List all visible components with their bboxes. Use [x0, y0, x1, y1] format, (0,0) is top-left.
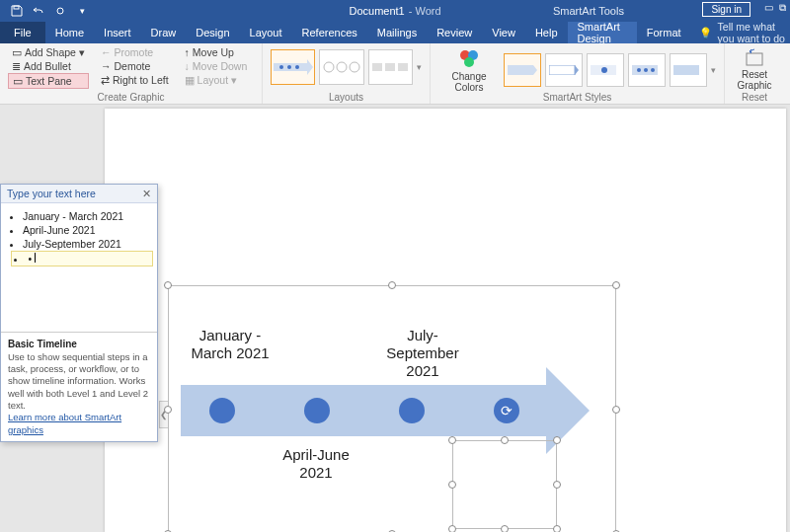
resize-handle[interactable] [612, 406, 620, 414]
resize-handle[interactable] [388, 281, 396, 289]
group-reset: Reset Graphic Reset [725, 43, 784, 104]
promote-button[interactable]: ← Promote [97, 45, 173, 59]
layout-option-1[interactable] [271, 49, 315, 85]
svg-rect-10 [372, 63, 382, 71]
timeline-label-1[interactable]: January - March 2021 [181, 327, 279, 362]
style-option-4[interactable] [628, 53, 666, 87]
svg-rect-0 [14, 6, 19, 9]
learn-more-link[interactable]: Learn more about SmartArt graphics [8, 412, 121, 434]
tab-file[interactable]: File [0, 22, 45, 43]
style-option-1[interactable] [504, 53, 541, 87]
svg-rect-16 [508, 65, 533, 75]
text-pane-header: Type your text here ✕ [1, 185, 157, 203]
svg-point-1 [57, 8, 63, 14]
resize-handle[interactable] [448, 436, 456, 444]
style-option-3[interactable] [587, 53, 624, 87]
group-layouts: ▾ Layouts [263, 43, 431, 104]
demote-button[interactable]: → Demote [97, 59, 173, 73]
resize-handle[interactable] [501, 525, 509, 532]
svg-point-24 [644, 68, 648, 72]
rtl-button[interactable]: ⇄ Right to Left [97, 73, 173, 87]
tab-smartart-design[interactable]: SmartArt Design [568, 22, 637, 43]
group-create-graphic: ▭Add Shape ▾ ≣Add Bullet ▭Text Pane ← Pr… [0, 43, 263, 104]
tab-draw[interactable]: Draw [141, 22, 187, 43]
add-bullet-button[interactable]: ≣Add Bullet [8, 59, 89, 73]
close-icon[interactable]: ✕ [142, 188, 151, 199]
maximize-icon[interactable]: ⧉ [779, 2, 786, 14]
timeline-node-2[interactable] [304, 398, 330, 423]
ribbon: ▭Add Shape ▾ ≣Add Bullet ▭Text Pane ← Pr… [0, 43, 790, 105]
styles-more-icon[interactable]: ▾ [711, 65, 716, 75]
rotate-icon: ⟳ [501, 403, 513, 418]
move-down-button[interactable]: ↓ Move Down [181, 59, 252, 73]
tab-layout[interactable]: Layout [240, 22, 292, 43]
resize-handle[interactable] [164, 281, 172, 289]
reset-graphic-button[interactable]: Reset Graphic [731, 45, 778, 93]
tab-help[interactable]: Help [525, 22, 568, 43]
restore-icon[interactable]: ▭ [764, 2, 773, 14]
tab-view[interactable]: View [482, 22, 525, 43]
window-controls: ▭ ⧉ [764, 2, 786, 14]
layout-option-3[interactable] [368, 49, 413, 85]
tab-format[interactable]: Format [637, 22, 691, 43]
timeline-node-4[interactable]: ⟳ [494, 398, 519, 423]
list-item-editing[interactable]: • [11, 251, 153, 266]
change-colors-button[interactable]: Change Colors [436, 45, 502, 95]
undo-icon[interactable] [32, 4, 45, 18]
timeline-node-1[interactable] [209, 398, 235, 423]
sign-in-button[interactable]: Sign in [702, 2, 750, 17]
resize-handle[interactable] [612, 281, 620, 289]
svg-rect-27 [747, 53, 762, 65]
tab-mailings[interactable]: Mailings [367, 22, 427, 43]
resize-handle[interactable] [164, 406, 172, 414]
resize-handle[interactable] [448, 481, 456, 489]
text-pane-button[interactable]: ▭Text Pane [8, 73, 89, 89]
list-item[interactable]: January - March 2021 [23, 209, 153, 223]
resize-handle[interactable] [553, 481, 561, 489]
tab-home[interactable]: Home [45, 22, 94, 43]
text-pane-icon: ▭ [13, 75, 23, 87]
qat-more-icon[interactable]: ▾ [75, 4, 89, 18]
tab-design[interactable]: Design [186, 22, 239, 43]
timeline-node-3[interactable] [399, 398, 425, 423]
colors-icon [457, 47, 481, 71]
timeline-label-2[interactable]: April-June 2021 [276, 446, 356, 482]
resize-handle[interactable] [553, 525, 561, 532]
resize-handle[interactable] [448, 525, 456, 532]
svg-rect-18 [549, 65, 575, 75]
add-shape-button[interactable]: ▭Add Shape ▾ [8, 45, 89, 59]
tab-references[interactable]: References [292, 22, 367, 43]
svg-point-21 [601, 67, 607, 73]
svg-point-7 [324, 62, 334, 72]
footer-title: Basic Timeline [8, 339, 77, 349]
shape-selection-frame[interactable] [452, 440, 557, 529]
save-icon[interactable] [10, 4, 24, 18]
move-up-button[interactable]: ↑ Move Up [181, 45, 252, 59]
layout-button[interactable]: ▦ Layout ▾ [181, 73, 252, 87]
timeline-arrow-body[interactable] [181, 385, 546, 436]
svg-marker-19 [575, 65, 579, 75]
tell-me-search[interactable]: 💡 Tell me what you want to do [699, 22, 790, 43]
redo-icon[interactable] [53, 4, 67, 18]
svg-point-4 [279, 65, 283, 69]
list-item[interactable]: April-June 2021 [23, 223, 153, 237]
group-label: Layouts [263, 92, 430, 103]
style-option-5[interactable] [670, 53, 707, 87]
group-label: SmartArt Styles [431, 92, 724, 103]
tab-insert[interactable]: Insert [94, 22, 141, 43]
resize-handle[interactable] [501, 436, 509, 444]
text-pane-list[interactable]: January - March 2021 April-June 2021 Jul… [1, 203, 157, 270]
layout-option-2[interactable] [319, 49, 363, 85]
timeline-label-3[interactable]: July-September 2021 [373, 327, 472, 380]
svg-marker-3 [307, 59, 313, 75]
tab-review[interactable]: Review [427, 22, 482, 43]
group-label: Reset [725, 92, 784, 103]
group-styles: Change Colors ▾ SmartArt Styles [431, 43, 725, 104]
layouts-more-icon[interactable]: ▾ [417, 62, 422, 72]
lightbulb-icon: 💡 [699, 27, 712, 39]
list-item[interactable]: July-September 2021 [23, 237, 153, 251]
svg-point-8 [337, 62, 347, 72]
resize-handle[interactable] [553, 436, 561, 444]
style-option-2[interactable] [545, 53, 583, 87]
add-shape-icon: ▭ [12, 46, 22, 58]
